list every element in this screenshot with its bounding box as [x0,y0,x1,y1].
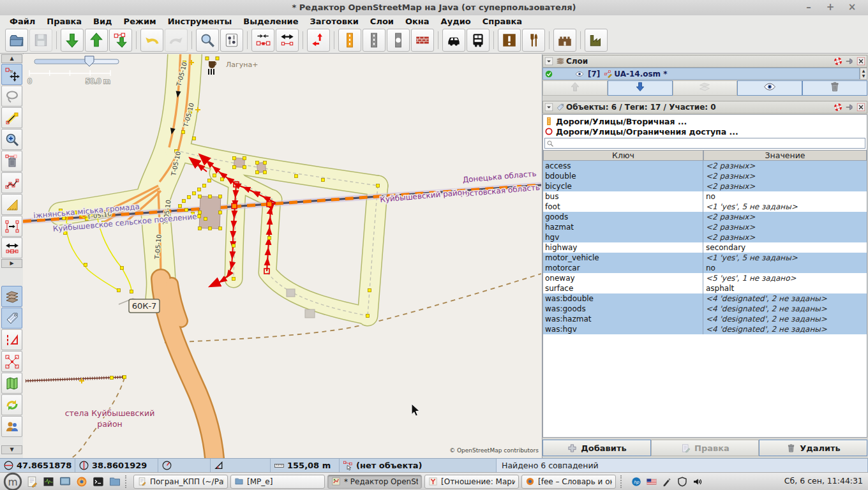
menu-Слои[interactable]: Слои [364,17,400,26]
tag-row[interactable]: foot<1 'yes', 5 не заданы> [543,202,867,212]
tags-dialog-button[interactable] [1,308,22,329]
preset-item[interactable]: Дороги/Улицы/Вторичная ... [543,116,867,126]
terminal-launcher[interactable] [91,474,106,489]
tag-row[interactable]: motor_vehicle<1 'yes', 5 не заданы> [543,253,867,263]
tag-row[interactable]: access<2 разных> [543,161,867,171]
menu-Режим[interactable]: Режим [118,17,162,26]
castle-button[interactable] [553,29,576,52]
close-button[interactable]: × [842,0,862,15]
tools-more[interactable]: ▶ [1,259,22,268]
save-button[interactable] [29,29,52,52]
panel-close-icon[interactable] [857,103,865,112]
tag-row[interactable]: motorcarno [543,263,867,273]
hp-icon[interactable]: hp [630,475,643,488]
tag-row[interactable]: surfaceasphalt [543,283,867,293]
undo-button[interactable] [140,29,163,52]
menu-Вид[interactable]: Вид [87,17,118,26]
media-editor-launcher[interactable] [41,474,56,489]
menu-Справка[interactable]: Справка [477,17,528,26]
layer-visibility-button[interactable] [737,80,802,96]
desktop-launcher[interactable] [57,474,73,489]
menu-Выделение[interactable]: Выделение [237,17,304,26]
car-button[interactable] [442,29,465,52]
road-secondary-button[interactable] [338,29,361,52]
collapse-icon[interactable] [544,103,553,112]
search-button[interactable] [196,29,219,52]
relations-dialog-button[interactable] [1,351,22,372]
preset-item[interactable]: Дороги/Улицы/Ограничения доступа ... [543,126,867,137]
measure-ruler-tool[interactable] [1,194,22,215]
download-data-button[interactable] [61,29,84,52]
tag-row[interactable]: goods<2 разных> [543,212,867,222]
file-manager-launcher[interactable] [107,474,123,489]
tag-row[interactable]: was:bdouble<4 'designated', 2 не заданы> [543,293,867,304]
task-window-button[interactable]: [MP_e] [230,475,325,489]
layer-row[interactable]: [7] UA-14.osm * [542,68,860,80]
map-canvas[interactable]: Лагуна+ Т-05-10 Т-05-10 Т-05-10 Т-05-10 … [23,54,541,458]
draw-node-tool[interactable] [1,107,22,128]
sync-dialog-button[interactable] [1,394,22,415]
menu-Правка[interactable]: Правка [41,17,87,26]
delete-tag-button[interactable]: Удалить [759,440,867,456]
road-service-button[interactable] [387,29,410,52]
layer-visible-icon[interactable] [575,70,584,78]
extrude-tool[interactable] [1,237,22,258]
tag-row[interactable]: bicycle<2 разных> [543,181,867,191]
redo-button[interactable] [165,29,188,52]
layer-up-button[interactable] [542,80,608,96]
dialogs-scroll-down[interactable]: ▼ [1,445,22,454]
authors-dialog-button[interactable] [1,416,22,437]
edit-tag-button[interactable]: Правка [651,440,759,456]
tag-row[interactable]: was:goods<4 'designated', 2 не заданы> [543,304,867,314]
map-style-dialog-button[interactable] [1,373,22,394]
tag-row[interactable]: was:hazmat<4 'designated', 2 не заданы> [543,314,867,324]
lasso-tool[interactable] [1,85,22,107]
select-move-tool[interactable] [1,64,22,85]
dock-pin-icon[interactable] [845,57,854,66]
tag-row[interactable]: hgv<2 разных> [543,232,867,242]
collapse-icon[interactable] [544,57,553,66]
upload-data-button[interactable] [85,29,108,52]
minimize-button[interactable]: – [799,0,818,15]
selection-dialog-button[interactable] [1,329,22,350]
wall-button[interactable] [411,29,434,52]
task-window-button[interactable]: Погран_КПП (~/Раб... [133,475,228,489]
maximize-button[interactable]: + [821,0,840,15]
merge-nodes-button[interactable] [251,29,274,52]
task-window-button[interactable]: * Редактор OpenStr... [327,475,422,489]
menu-Окна[interactable]: Окна [400,17,435,26]
tag-search-field[interactable] [544,138,865,149]
layers-dialog-button[interactable] [1,286,22,307]
merge-ways-tool[interactable] [1,216,22,237]
tag-table[interactable]: Ключ Значение access<2 разных>bdouble<2 … [543,150,867,334]
task-window-button[interactable]: [fee – Словарь и он... [521,475,616,489]
menu-Файл[interactable]: Файл [4,17,41,26]
column-key[interactable]: Ключ [543,150,703,161]
copy-ways-tool[interactable] [1,172,22,193]
restaurant-button[interactable] [522,29,545,52]
tag-row[interactable]: was:hgv<4 'designated', 2 не заданы> [543,324,867,334]
layer-down-button[interactable] [608,80,673,96]
factory-button[interactable] [585,29,608,52]
add-tag-button[interactable]: Добавить [542,440,651,456]
access-restriction-button[interactable] [498,29,521,52]
pen-icon[interactable] [661,475,673,488]
text-editor-launcher[interactable] [24,474,40,489]
join-ways-button[interactable] [276,29,299,52]
delete-tool[interactable] [1,151,22,172]
menu-button[interactable]: m [2,474,24,489]
layer-list-spinner[interactable]: ▲▼ [860,68,867,80]
menu-Заготовки[interactable]: Заготовки [304,17,364,26]
task-window-button[interactable]: [Отношение: Мари... [424,475,519,489]
tag-row[interactable]: bdouble<2 разных> [543,171,867,181]
tag-row[interactable]: highwaysecondary [543,242,867,253]
layer-delete-button[interactable] [802,80,867,96]
help-icon[interactable] [834,103,842,112]
preferences-button[interactable] [220,29,243,52]
help-icon[interactable] [834,57,842,66]
firefox-launcher[interactable] [74,474,89,489]
tag-row[interactable]: busno [543,191,867,202]
tag-row[interactable]: oneway<5 'yes', 1 не задано> [543,273,867,283]
reverse-way-button[interactable] [307,29,330,52]
open-file-button[interactable] [5,29,28,52]
